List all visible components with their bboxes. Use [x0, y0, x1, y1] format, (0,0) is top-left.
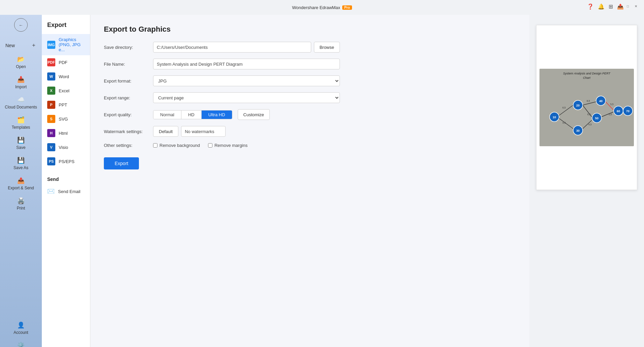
watermark-default-button[interactable]: Default: [153, 126, 178, 137]
sidebar-item-save-as-label: Save As: [13, 165, 28, 170]
format-excel[interactable]: X Excel: [42, 84, 90, 98]
format-svg[interactable]: S SVG: [42, 112, 90, 126]
save-icon: 💾: [17, 136, 25, 144]
sidebar-narrow: ← New ＋ 📂 Open 📥 Import ☁️ Cloud Documen…: [0, 15, 42, 347]
svg-text:40: 40: [599, 99, 603, 103]
open-icon: 📂: [17, 56, 25, 63]
export-range-label: Export range:: [104, 95, 148, 100]
sidebar-item-options[interactable]: ⚙️ Options: [0, 338, 42, 347]
svg-label: SVG: [59, 117, 68, 122]
quality-hd-button[interactable]: HD: [181, 111, 202, 119]
sidebar-item-export[interactable]: 📤 Export & Send: [0, 174, 42, 194]
format-word[interactable]: W Word: [42, 69, 90, 84]
watermark-label: Watermark settings:: [104, 129, 148, 134]
watermark-row: Watermark settings: Default No watermark…: [104, 126, 340, 137]
send-section: Send ✉️ Send Email: [42, 175, 90, 198]
format-visio[interactable]: V Visio: [42, 140, 90, 154]
customize-button[interactable]: Customize: [238, 109, 270, 120]
graphics-file-icon: IMG: [47, 41, 55, 49]
remove-background-text: Remove background: [159, 143, 200, 148]
remove-margins-text: Remove margins: [214, 143, 247, 148]
quality-ultrahd-button[interactable]: Ultra HD: [202, 111, 232, 119]
pseps-file-icon: PS: [47, 157, 55, 165]
remove-margins-label[interactable]: Remove margins: [208, 143, 247, 148]
watermark-group: Default No watermarks Default watermark …: [153, 126, 226, 137]
file-name-row: File Name:: [104, 59, 340, 69]
format-pseps[interactable]: PS PS/EPS: [42, 154, 90, 168]
export-format-select[interactable]: JPG PNG BMP TIFF SVG: [153, 75, 340, 86]
preview-box: System Analysis and Design PERTChart: [536, 25, 637, 190]
file-name-label: File Name:: [104, 62, 148, 67]
ppt-label: PPT: [59, 102, 67, 107]
format-graphics[interactable]: IMG Graphics (PNG, JPG e...: [42, 34, 90, 55]
remove-background-label[interactable]: Remove background: [153, 143, 200, 148]
html-file-icon: H: [47, 129, 55, 137]
svg-text:50: 50: [595, 117, 598, 120]
sidebar-item-new[interactable]: New ＋: [0, 38, 42, 52]
svg-text:4,5: 4,5: [562, 122, 566, 124]
email-icon: ✉️: [47, 188, 55, 195]
app-title: Wondershare EdrawMax: [292, 5, 340, 10]
pro-badge: Pro: [342, 5, 352, 10]
remove-background-checkbox[interactable]: [153, 143, 157, 148]
checkbox-group: Remove background Remove margins: [153, 143, 247, 148]
format-ppt[interactable]: P PPT: [42, 98, 90, 112]
back-button[interactable]: ←: [14, 18, 28, 32]
svg-text:30: 30: [576, 129, 580, 132]
export-format-panel: Export IMG Graphics (PNG, JPG e... PDF P…: [42, 15, 90, 347]
other-settings-control: Remove background Remove margins: [153, 143, 340, 148]
pdf-label: PDF: [59, 60, 67, 65]
sidebar-item-save[interactable]: 💾 Save: [0, 133, 42, 153]
sidebar-item-account-label: Account: [13, 330, 28, 335]
sidebar-item-templates[interactable]: 🗂️ Templates: [0, 113, 42, 133]
sidebar-item-import[interactable]: 📥 Import: [0, 72, 42, 93]
svg-text:6,5: 6,5: [562, 106, 566, 109]
visio-label: Visio: [59, 145, 68, 150]
svg-text:4,5: 4,5: [588, 123, 592, 126]
svg-text:10: 10: [553, 116, 556, 119]
back-icon: ←: [19, 23, 23, 28]
export-range-select[interactable]: Current page All pages Selection: [153, 92, 340, 103]
watermark-dropdown[interactable]: No watermarks Default watermark Custom w…: [185, 129, 222, 134]
svg-text:5,5: 5,5: [609, 113, 612, 116]
excel-file-icon: X: [47, 87, 55, 95]
sidebar-item-open-label: Open: [16, 64, 26, 69]
sidebar-item-print[interactable]: 🖨️ Print: [0, 194, 42, 214]
excel-label: Excel: [59, 88, 69, 93]
other-settings-row: Other settings: Remove background Remove…: [104, 143, 340, 148]
export-icon: 📤: [17, 177, 25, 184]
sidebar-item-import-label: Import: [15, 85, 27, 89]
quality-normal-button[interactable]: Normal: [153, 111, 181, 119]
save-directory-input[interactable]: [153, 42, 311, 53]
save-directory-control: Browse: [153, 42, 340, 53]
options-icon: ⚙️: [17, 342, 25, 347]
word-label: Word: [59, 74, 69, 79]
watermark-select-wrapper[interactable]: No watermarks Default watermark Custom w…: [181, 126, 226, 137]
export-quality-label: Export quality:: [104, 112, 148, 117]
format-html[interactable]: H Html: [42, 126, 90, 140]
cloud-icon: ☁️: [17, 96, 25, 103]
send-email[interactable]: ✉️ Send Email: [42, 185, 90, 198]
app-title-group: Wondershare EdrawMax Pro: [292, 5, 352, 10]
svg-text:60: 60: [617, 109, 620, 113]
svg-text:8,5: 8,5: [587, 100, 590, 102]
visio-file-icon: V: [47, 143, 55, 151]
file-name-input[interactable]: [153, 59, 340, 69]
sidebar-item-cloud-label: Cloud Documents: [5, 105, 37, 109]
export-format-control: JPG PNG BMP TIFF SVG: [153, 75, 340, 86]
sidebar-item-save-label: Save: [16, 145, 25, 150]
sidebar-item-cloud[interactable]: ☁️ Cloud Documents: [0, 93, 42, 113]
html-label: Html: [59, 131, 68, 136]
export-button[interactable]: Export: [104, 157, 139, 169]
sidebar-item-save-as[interactable]: 💾 Save As: [0, 153, 42, 174]
sidebar-item-new-label: New: [5, 43, 15, 48]
sidebar-item-account[interactable]: 👤 Account: [0, 318, 42, 338]
send-title: Send: [42, 175, 90, 185]
format-pdf[interactable]: PDF PDF: [42, 55, 90, 69]
sidebar-item-open[interactable]: 📂 Open: [0, 52, 42, 72]
browse-button[interactable]: Browse: [314, 42, 340, 53]
sidebar-bottom: 👤 Account ⚙️ Options: [0, 318, 42, 347]
remove-margins-checkbox[interactable]: [208, 143, 212, 148]
export-quality-row: Export quality: Normal HD Ultra HD Custo…: [104, 109, 340, 120]
svg-text:70: 70: [626, 109, 630, 113]
